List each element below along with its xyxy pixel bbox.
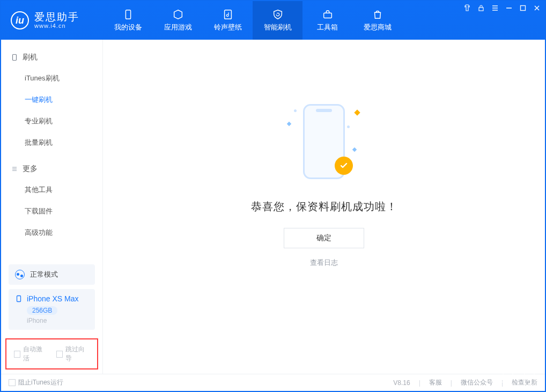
- link-customer-service[interactable]: 客服: [429, 378, 442, 387]
- nav-tabs: 我的设备 应用游戏 铃声壁纸 智能刷机 工具箱 爱思商城: [103, 1, 402, 40]
- spark-dot-icon: [347, 125, 350, 128]
- titlebar: iu 爱思助手 www.i4.cn 我的设备 应用游戏 铃声壁纸 智能刷机: [1, 1, 545, 40]
- nav-label: 智能刷机: [264, 23, 292, 32]
- check-label: 阻止iTunes运行: [18, 378, 63, 387]
- checkbox-icon: [14, 351, 20, 358]
- menu-icon[interactable]: [491, 4, 499, 12]
- sidebar-group-label: 更多: [23, 164, 38, 174]
- statusbar: 阻止iTunes运行 V8.16 | 客服 | 微信公众号 | 检查更新: [1, 374, 545, 391]
- device-capacity: 256GB: [27, 306, 57, 315]
- check-label: 跳过向导: [65, 345, 90, 363]
- confirm-button[interactable]: 确定: [284, 228, 364, 248]
- success-message: 恭喜您，保资料刷机成功啦！: [251, 199, 397, 214]
- body: 刷机 iTunes刷机 一键刷机 专业刷机 批量刷机 更多 其他工具 下载固件 …: [1, 40, 545, 374]
- shield-refresh-icon: [272, 9, 284, 20]
- phone-small-icon: [11, 54, 18, 61]
- svg-point-5: [528, 376, 530, 379]
- separator: |: [419, 379, 420, 387]
- download-circle-icon[interactable]: [501, 372, 515, 386]
- check-skip-guide[interactable]: 跳过向导: [56, 345, 90, 363]
- user-circle-icon[interactable]: [522, 372, 536, 386]
- svg-rect-7: [17, 296, 21, 302]
- spark-dot-icon: [294, 109, 297, 112]
- separator: |: [451, 379, 452, 387]
- sidebar-item-itunes[interactable]: iTunes刷机: [1, 68, 102, 89]
- device-name: iPhone XS Max: [27, 294, 79, 303]
- sidebar: 刷机 iTunes刷机 一键刷机 专业刷机 批量刷机 更多 其他工具 下载固件 …: [1, 40, 103, 374]
- lock-icon[interactable]: [477, 4, 485, 12]
- mode-icon: [15, 270, 25, 279]
- phone-small-icon: [15, 295, 23, 302]
- device-type: iPhone: [27, 317, 88, 324]
- toolbox-icon: [322, 9, 334, 20]
- nav-label: 应用游戏: [164, 23, 192, 32]
- spark-icon: [354, 109, 360, 115]
- check-block-itunes[interactable]: 阻止iTunes运行: [9, 378, 63, 387]
- checkbox-icon: [56, 351, 63, 358]
- svg-rect-2: [323, 13, 331, 18]
- brand-url: www.i4.cn: [34, 23, 79, 29]
- close-button[interactable]: [533, 4, 541, 12]
- view-log-link[interactable]: 查看日志: [310, 258, 338, 268]
- check-label: 自动激活: [23, 345, 47, 363]
- main-pane: 恭喜您，保资料刷机成功啦！ 确定 查看日志: [103, 40, 545, 374]
- logo-icon: iu: [11, 11, 29, 29]
- nav-tab-flash[interactable]: 智能刷机: [253, 1, 302, 40]
- sidebar-item-other[interactable]: 其他工具: [1, 179, 102, 201]
- sidebar-group-flash: 刷机: [1, 47, 102, 68]
- link-wechat[interactable]: 微信公众号: [461, 378, 493, 387]
- minimize-button[interactable]: [505, 4, 513, 12]
- success-illustration: [276, 99, 372, 184]
- nav-label: 爱思商城: [364, 23, 392, 32]
- logo-block: iu 爱思助手 www.i4.cn: [1, 1, 103, 40]
- nav-label: 铃声壁纸: [214, 23, 242, 32]
- window-controls: [463, 4, 541, 12]
- sidebar-item-fw[interactable]: 下载固件: [1, 201, 102, 222]
- nav-label: 我的设备: [114, 23, 142, 32]
- bag-icon: [372, 9, 383, 20]
- spark-icon: [287, 122, 291, 126]
- svg-rect-4: [521, 6, 526, 11]
- nav-tab-tools[interactable]: 工具箱: [302, 1, 352, 40]
- device-card[interactable]: iPhone XS Max 256GB iPhone: [9, 289, 95, 330]
- device-icon: [122, 9, 134, 20]
- side-options-highlighted: 自动激活 跳过向导: [5, 338, 98, 369]
- check-auto-activate[interactable]: 自动激活: [14, 345, 48, 363]
- sidebar-group-more: 更多: [1, 159, 102, 179]
- logo-text: 爱思助手 www.i4.cn: [34, 12, 79, 29]
- music-file-icon: [222, 9, 234, 20]
- spark-icon: [352, 147, 357, 152]
- nav-tab-device[interactable]: 我的设备: [103, 1, 153, 40]
- cube-icon: [172, 9, 184, 20]
- shirt-icon[interactable]: [463, 4, 471, 12]
- check-badge-icon: [335, 157, 353, 175]
- sidebar-group-label: 刷机: [23, 53, 38, 62]
- svg-rect-6: [13, 55, 17, 61]
- svg-rect-3: [479, 8, 483, 11]
- nav-tab-apps[interactable]: 应用游戏: [153, 1, 203, 40]
- sidebar-item-pro[interactable]: 专业刷机: [1, 110, 102, 132]
- mode-label: 正常模式: [30, 270, 58, 279]
- sidebar-item-batch[interactable]: 批量刷机: [1, 132, 102, 153]
- sidebar-item-adv[interactable]: 高级功能: [1, 222, 102, 243]
- device-panel: 正常模式 iPhone XS Max 256GB iPhone: [1, 260, 102, 336]
- app-window: iu 爱思助手 www.i4.cn 我的设备 应用游戏 铃声壁纸 智能刷机: [0, 0, 546, 392]
- mode-card[interactable]: 正常模式: [9, 264, 95, 285]
- checkbox-icon: [9, 379, 16, 386]
- version-label: V8.16: [393, 379, 410, 387]
- maximize-button[interactable]: [519, 4, 527, 12]
- sidebar-item-onekey[interactable]: 一键刷机: [1, 89, 102, 110]
- nav-tab-store[interactable]: 爱思商城: [352, 1, 402, 40]
- brand-name: 爱思助手: [34, 12, 79, 23]
- list-icon: [11, 165, 18, 173]
- header-action-icons: [501, 372, 536, 386]
- nav-label: 工具箱: [317, 23, 338, 32]
- nav-tab-ring[interactable]: 铃声壁纸: [203, 1, 253, 40]
- svg-rect-0: [126, 10, 130, 19]
- sidebar-content: 刷机 iTunes刷机 一键刷机 专业刷机 批量刷机 更多 其他工具 下载固件 …: [1, 40, 102, 260]
